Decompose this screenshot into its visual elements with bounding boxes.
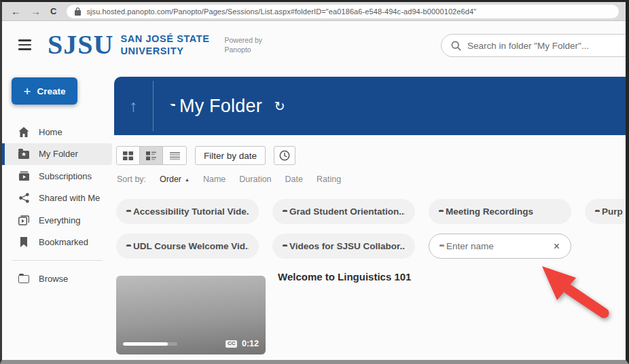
folder-banner: ↑ ★ My Folder ↻ [114, 77, 629, 135]
sort-by-label: Sort by: [117, 175, 146, 184]
everything-icon [18, 214, 30, 226]
share-icon [18, 192, 30, 204]
sidebar-item-subscriptions[interactable]: Subscriptions [2, 165, 112, 187]
sort-rating[interactable]: Rating [317, 175, 341, 184]
parent-folder-button[interactable]: ↑ [114, 77, 153, 135]
video-progress-bar [123, 342, 177, 346]
sjsu-logo-words: SAN JOSÉ STATE UNIVERSITY [120, 33, 209, 57]
browse-folder-icon [18, 272, 30, 285]
sjsu-logo[interactable]: SJSU SAN JOSÉ STATE UNIVERSITY Powered b… [48, 31, 262, 58]
bookmark-icon [18, 236, 30, 249]
folder-tile-purple[interactable]: Purp [585, 199, 629, 224]
sort-order[interactable]: Order ▲ [160, 175, 190, 184]
filter-by-date-button[interactable]: Filter by date [195, 146, 266, 165]
sidebar-divider [12, 260, 103, 261]
folder-tile-videos-sjsu[interactable]: Videos for SJSU Collabor... [272, 234, 415, 259]
close-icon[interactable]: × [553, 241, 560, 252]
clock-icon [279, 150, 290, 161]
sort-duration[interactable]: Duration [239, 175, 271, 184]
folder-tile-accessibility[interactable]: Accessibility Tutorial Vide... [116, 199, 259, 224]
list-view-icon [170, 151, 180, 160]
new-folder-name-input[interactable] [446, 241, 546, 251]
sidebar-item-home[interactable]: Home [2, 121, 112, 143]
sidebar-item-bookmarked[interactable]: Bookmarked [2, 232, 112, 254]
grid-view-button[interactable] [117, 147, 140, 164]
view-toolbar: Filter by date [114, 146, 629, 165]
refresh-icon[interactable]: ↻ [274, 98, 285, 114]
app-header: SJSU SAN JOSÉ STATE UNIVERSITY Powered b… [2, 21, 626, 69]
sort-ascending-icon: ▲ [185, 177, 190, 182]
folder-tile-grad-student[interactable]: Grad Student Orientation... [272, 199, 415, 224]
recent-button[interactable] [274, 146, 295, 165]
folder-tile-row-2: UDL Course Welcome Vid... Videos for SJS… [114, 234, 629, 259]
sjsu-logo-acronym: SJSU [48, 31, 113, 58]
subscriptions-icon [18, 170, 30, 182]
up-arrow-icon: ↑ [130, 98, 138, 114]
video-title[interactable]: Welcome to Linguistics 101 [278, 271, 411, 354]
folder-title: My Folder [179, 96, 262, 117]
folder-star-icon: ★ [18, 148, 30, 160]
detail-view-icon [146, 151, 156, 160]
menu-icon[interactable] [18, 39, 31, 50]
sort-date[interactable]: Date [285, 175, 303, 184]
lock-icon [75, 7, 81, 16]
detail-view-button[interactable] [140, 147, 163, 164]
browser-window: ← → C sjsu.hosted.panopto.com/Panopto/Pa… [0, 0, 629, 364]
new-folder-name-tile[interactable]: × [429, 234, 571, 259]
folder-tile-udl-course[interactable]: UDL Course Welcome Vid... [116, 234, 259, 259]
folder-tile-row-1: Accessibility Tutorial Vide... Grad Stud… [114, 199, 629, 224]
sidebar: + Create Home ★ My Folder [2, 69, 112, 364]
video-duration: 0:12 [242, 339, 259, 348]
view-mode-switcher [116, 146, 187, 165]
powered-by-panopto: Powered by Panopto [225, 35, 262, 54]
create-button[interactable]: + Create [12, 77, 77, 105]
search-input[interactable] [467, 41, 625, 51]
folder-tile-meeting-recordings[interactable]: Meeting Recordings [429, 199, 571, 224]
sidebar-nav: Home ★ My Folder Subscriptions [2, 121, 112, 290]
search-icon [451, 41, 461, 51]
plus-icon: + [23, 85, 31, 98]
sort-bar: Sort by: Order ▲ Name Duration Date Rati… [114, 175, 629, 184]
grid-view-icon [123, 151, 133, 160]
video-thumbnail[interactable]: CC 0:12 [116, 276, 266, 354]
list-view-button[interactable] [163, 147, 186, 164]
captions-badge: CC [226, 340, 237, 348]
sidebar-item-browse[interactable]: Browse [2, 268, 112, 290]
sidebar-item-everything[interactable]: Everything [2, 209, 112, 232]
back-icon[interactable]: ← [6, 6, 26, 16]
address-bar[interactable]: sjsu.hosted.panopto.com/Panopto/Pages/Se… [67, 5, 619, 18]
reload-icon[interactable]: C [46, 7, 61, 16]
video-row: CC 0:12 Welcome to Linguistics 101 [114, 276, 629, 354]
sort-name[interactable]: Name [203, 175, 226, 184]
forward-icon[interactable]: → [26, 6, 46, 16]
home-icon [18, 126, 30, 138]
content-area: ↑ ★ My Folder ↻ [112, 69, 629, 364]
search-box[interactable] [441, 34, 629, 57]
sidebar-item-my-folder[interactable]: ★ My Folder [2, 143, 112, 166]
url-text: sjsu.hosted.panopto.com/Panopto/Pages/Se… [86, 7, 476, 16]
sidebar-item-shared-with-me[interactable]: Shared with Me [2, 187, 112, 210]
browser-toolbar: ← → C sjsu.hosted.panopto.com/Panopto/Pa… [2, 2, 626, 21]
